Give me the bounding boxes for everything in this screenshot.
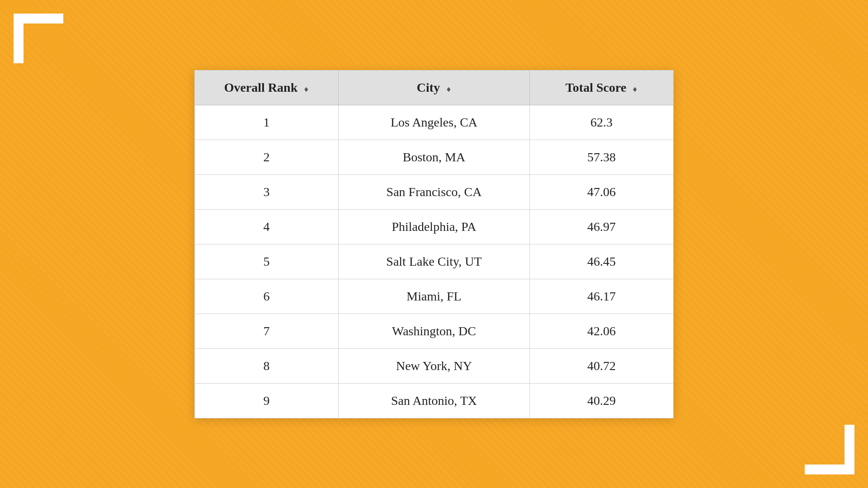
cell-score: 46.97 [530,209,673,244]
rankings-table-container: Overall Rank ⬧ City ⬧ Total Score ⬧ 1Los… [194,70,674,418]
cell-city: San Antonio, TX [338,383,529,418]
cell-rank: 3 [195,174,338,209]
cell-rank: 1 [195,105,338,140]
header-city-label: City [417,80,440,94]
rankings-table: Overall Rank ⬧ City ⬧ Total Score ⬧ 1Los… [195,70,673,418]
cell-rank: 8 [195,348,338,383]
table-row: 8New York, NY40.72 [195,348,673,383]
table-row: 7Washington, DC42.06 [195,314,673,348]
cell-city: Boston, MA [338,140,529,174]
sort-icon-rank: ⬧ [303,84,309,94]
sort-icon-city: ⬧ [446,84,451,94]
cell-rank: 2 [195,140,338,174]
table-row: 5Salt Lake City, UT46.45 [195,244,673,279]
header-total-score[interactable]: Total Score ⬧ [530,70,673,105]
header-total-score-label: Total Score [566,80,627,94]
cell-city: Washington, DC [338,314,529,348]
cell-score: 47.06 [530,174,673,209]
cell-score: 42.06 [530,314,673,348]
cell-score: 46.45 [530,244,673,279]
corner-bracket-bottom-right [805,425,854,474]
cell-rank: 9 [195,383,338,418]
cell-score: 40.29 [530,383,673,418]
table-row: 2Boston, MA57.38 [195,140,673,174]
cell-score: 62.3 [530,105,673,140]
cell-score: 57.38 [530,140,673,174]
cell-rank: 4 [195,209,338,244]
header-overall-rank[interactable]: Overall Rank ⬧ [195,70,338,105]
table-row: 3San Francisco, CA47.06 [195,174,673,209]
cell-city: Los Angeles, CA [338,105,529,140]
corner-bracket-top-left [14,14,63,63]
header-city[interactable]: City ⬧ [338,70,529,105]
table-row: 1Los Angeles, CA62.3 [195,105,673,140]
table-row: 9San Antonio, TX40.29 [195,383,673,418]
cell-city: San Francisco, CA [338,174,529,209]
table-row: 6Miami, FL46.17 [195,279,673,314]
sort-icon-score: ⬧ [632,84,637,94]
table-row: 4Philadelphia, PA46.97 [195,209,673,244]
cell-rank: 6 [195,279,338,314]
header-overall-rank-label: Overall Rank [224,80,298,94]
cell-city: Salt Lake City, UT [338,244,529,279]
table-header-row: Overall Rank ⬧ City ⬧ Total Score ⬧ [195,70,673,105]
cell-rank: 7 [195,314,338,348]
cell-city: Philadelphia, PA [338,209,529,244]
cell-rank: 5 [195,244,338,279]
cell-score: 40.72 [530,348,673,383]
cell-score: 46.17 [530,279,673,314]
cell-city: New York, NY [338,348,529,383]
cell-city: Miami, FL [338,279,529,314]
